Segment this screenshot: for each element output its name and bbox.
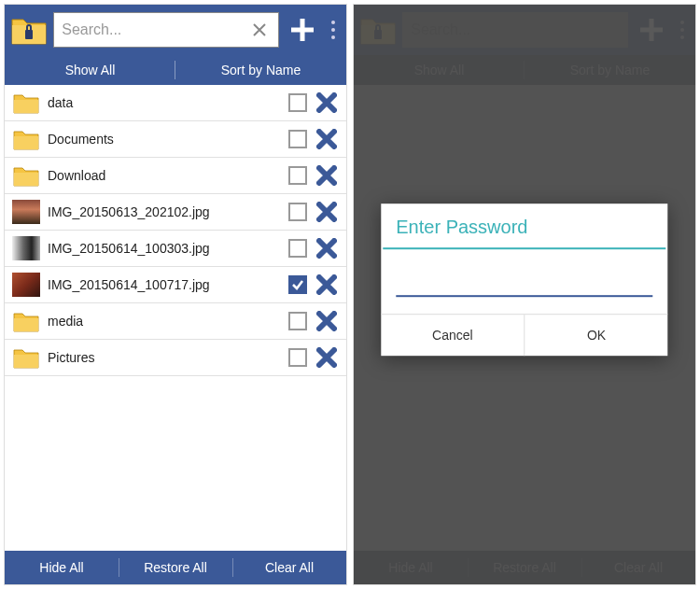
dialog-title: Enter Password [381, 203, 667, 247]
delete-icon[interactable] [315, 127, 339, 151]
subheader: Show All Sort by Name [5, 55, 346, 85]
item-name: media [48, 314, 281, 329]
search-box [53, 12, 279, 48]
list-item[interactable]: IMG_20150613_202102.jpg [5, 194, 346, 231]
add-button[interactable] [285, 11, 320, 49]
item-name: Documents [48, 132, 281, 147]
image-thumbnail [12, 236, 40, 260]
checkbox[interactable] [288, 239, 307, 258]
delete-icon[interactable] [315, 273, 339, 297]
clear-search-icon[interactable] [248, 19, 271, 41]
checkbox[interactable] [288, 130, 307, 148]
header [5, 5, 346, 55]
delete-icon[interactable] [315, 309, 339, 333]
footer: Hide All Restore All Clear All [5, 551, 346, 584]
clear-all-button[interactable]: Clear All [232, 551, 346, 584]
folder-icon [12, 91, 40, 115]
dialog-buttons: Cancel OK [381, 314, 667, 356]
delete-icon[interactable] [315, 345, 339, 370]
restore-all-button[interactable]: Restore All [119, 551, 232, 584]
overflow-menu-icon[interactable] [327, 17, 341, 43]
image-thumbnail [12, 273, 40, 297]
screen-right: Show All Sort by Name Hide All Restore A… [353, 4, 696, 585]
item-name: data [48, 95, 281, 110]
checkbox[interactable] [288, 203, 307, 221]
item-name: Pictures [48, 350, 281, 365]
list-item[interactable]: media [5, 303, 346, 340]
cancel-button[interactable]: Cancel [381, 315, 524, 356]
dialog-body [381, 249, 667, 314]
sort-button[interactable]: Sort by Name [175, 55, 346, 85]
checkbox[interactable] [288, 275, 307, 294]
list-item[interactable]: Documents [5, 121, 346, 158]
delete-icon[interactable] [315, 236, 339, 260]
checkbox[interactable] [288, 166, 307, 185]
list-item[interactable]: Download [5, 158, 346, 194]
checkbox[interactable] [288, 93, 307, 112]
list-item[interactable]: IMG_20150614_100717.jpg [5, 267, 346, 303]
show-all-button[interactable]: Show All [5, 55, 175, 85]
list-item[interactable]: IMG_20150614_100303.jpg [5, 231, 346, 267]
checkbox[interactable] [288, 348, 307, 367]
svg-rect-0 [25, 30, 33, 39]
screen-left: Show All Sort by Name dataDocumentsDownl… [4, 4, 347, 585]
ok-button[interactable]: OK [525, 315, 668, 356]
search-input[interactable] [62, 21, 248, 38]
password-dialog: Enter Password Cancel OK [381, 203, 667, 356]
item-name: IMG_20150614_100303.jpg [48, 241, 281, 256]
delete-icon[interactable] [315, 91, 339, 115]
folder-icon [12, 163, 40, 188]
file-list: dataDocumentsDownloadIMG_20150613_202102… [5, 85, 346, 551]
password-input[interactable] [396, 275, 652, 297]
folder-icon [12, 127, 40, 151]
item-name: Download [48, 168, 281, 183]
folder-icon [12, 345, 40, 370]
list-item[interactable]: data [5, 85, 346, 121]
folder-icon [12, 309, 40, 333]
hide-all-button[interactable]: Hide All [5, 551, 119, 584]
app-lock-folder-icon [10, 10, 48, 49]
item-name: IMG_20150614_100717.jpg [48, 277, 281, 292]
image-thumbnail [12, 200, 40, 224]
item-name: IMG_20150613_202102.jpg [48, 204, 281, 219]
delete-icon[interactable] [315, 200, 339, 224]
delete-icon[interactable] [315, 163, 339, 188]
checkbox[interactable] [288, 312, 307, 330]
list-item[interactable]: Pictures [5, 340, 346, 376]
